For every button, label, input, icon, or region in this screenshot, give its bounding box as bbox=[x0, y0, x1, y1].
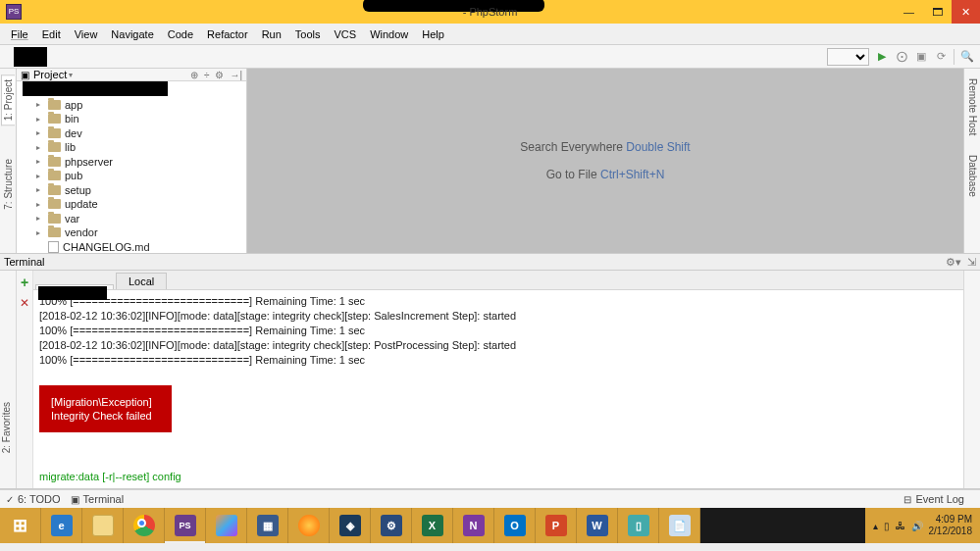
terminal-close-icon[interactable]: ✕ bbox=[20, 296, 29, 310]
terminal-panel: 2: Favorites + ✕ Local 100% [===========… bbox=[0, 271, 980, 489]
taskbar-app-icon[interactable]: ▦ bbox=[247, 508, 288, 543]
stop-icon[interactable]: ▣ bbox=[914, 50, 928, 64]
tree-item-dev[interactable]: ▸dev bbox=[17, 126, 246, 141]
tray-flag-icon[interactable]: ▯ bbox=[884, 521, 890, 531]
terminal-output[interactable]: 100% [============================] Rema… bbox=[33, 290, 963, 488]
taskbar-chrome-icon[interactable] bbox=[124, 508, 165, 543]
menu-vcs[interactable]: VCS bbox=[328, 26, 364, 42]
run-config-select[interactable] bbox=[827, 48, 869, 66]
menu-view[interactable]: View bbox=[68, 26, 105, 42]
taskbar-app-icon[interactable]: ⚙ bbox=[371, 508, 412, 543]
project-tree[interactable]: ▾ ▸app▸bin▸dev▸lib▸phpserver▸pub▸setup▸u… bbox=[17, 81, 246, 253]
terminal-line: [2018-02-12 10:36:02][INFO][mode: data][… bbox=[39, 339, 516, 351]
expand-arrow-icon[interactable]: ▸ bbox=[36, 143, 44, 152]
terminal-tabs: Local bbox=[33, 271, 963, 290]
expand-arrow-icon[interactable]: ▸ bbox=[36, 115, 44, 124]
tree-item-vendor[interactable]: ▸vendor bbox=[17, 225, 246, 240]
taskbar-phpstorm-icon[interactable]: PS bbox=[165, 508, 206, 543]
debug-icon[interactable]: ⨀ bbox=[895, 50, 908, 64]
terminal-tab-hidden[interactable] bbox=[35, 284, 114, 289]
taskbar-outlook-icon[interactable]: O bbox=[494, 508, 536, 543]
menu-tools[interactable]: Tools bbox=[288, 26, 328, 42]
tray-up-icon[interactable]: ▴ bbox=[873, 521, 878, 531]
expand-arrow-icon[interactable]: ▸ bbox=[36, 157, 44, 166]
tree-item-CHANGELOG-md[interactable]: CHANGELOG.md bbox=[17, 240, 246, 254]
menu-run[interactable]: Run bbox=[255, 26, 288, 42]
taskbar-powerpoint-icon[interactable]: P bbox=[536, 508, 577, 543]
app-icon: PS bbox=[6, 4, 22, 20]
update-icon[interactable]: ⟳ bbox=[934, 50, 948, 64]
left-tool-gutter-bottom: 2: Favorites bbox=[0, 271, 17, 488]
status-bar: ✓6: TODO ▣Terminal ⊟Event Log bbox=[0, 489, 980, 508]
tab-database[interactable]: Database bbox=[966, 151, 979, 201]
taskbar-word-icon[interactable]: W bbox=[577, 508, 618, 543]
collapse-icon[interactable]: ÷ bbox=[204, 70, 210, 80]
tree-item-phpserver[interactable]: ▸phpserver bbox=[17, 155, 246, 170]
right-tool-gutter: Remote Host Database bbox=[963, 69, 980, 253]
taskbar-app-icon[interactable]: ▯ bbox=[618, 508, 659, 543]
terminal-hide-icon[interactable]: ⇲ bbox=[967, 256, 976, 269]
expand-arrow-icon[interactable]: ▸ bbox=[36, 128, 44, 137]
hide-icon[interactable]: →| bbox=[230, 70, 242, 80]
tray-network-icon[interactable]: 🖧 bbox=[896, 521, 905, 531]
settings-icon[interactable]: ⚙ bbox=[215, 70, 224, 80]
taskbar-notepad-icon[interactable]: 📄 bbox=[659, 508, 700, 543]
tree-item-pub[interactable]: ▸pub bbox=[17, 169, 246, 183]
tab-project[interactable]: 1: Project bbox=[1, 75, 15, 125]
status-terminal[interactable]: ▣Terminal bbox=[71, 493, 125, 505]
tree-item-update[interactable]: ▸update bbox=[17, 197, 246, 212]
maximize-button[interactable]: 🗖 bbox=[923, 0, 952, 24]
run-icon[interactable]: ▶ bbox=[875, 50, 889, 64]
tip-search-everywhere: Search Everywhere Double Shift bbox=[520, 140, 690, 154]
terminal-settings-icon[interactable]: ⚙▾ bbox=[946, 256, 961, 269]
taskbar-onenote-icon[interactable]: N bbox=[453, 508, 494, 543]
scroll-from-icon[interactable]: ⊕ bbox=[190, 70, 198, 80]
terminal-line: 100% [============================] Rema… bbox=[39, 354, 365, 366]
terminal-add-icon[interactable]: + bbox=[21, 275, 28, 290]
tree-item-lib[interactable]: ▸lib bbox=[17, 140, 246, 155]
search-icon[interactable]: 🔍 bbox=[960, 50, 974, 64]
expand-arrow-icon[interactable]: ▸ bbox=[36, 200, 44, 209]
menu-file[interactable]: File bbox=[4, 26, 35, 42]
taskbar-excel-icon[interactable]: X bbox=[412, 508, 453, 543]
tree-item-var[interactable]: ▸var bbox=[17, 212, 246, 226]
menu-edit[interactable]: Edit bbox=[35, 26, 68, 42]
taskbar-virtualbox-icon[interactable]: ◈ bbox=[330, 508, 371, 543]
minimize-button[interactable]: — bbox=[895, 0, 923, 24]
tree-item-bin[interactable]: ▸bin bbox=[17, 112, 246, 126]
tree-item-setup[interactable]: ▸setup bbox=[17, 183, 246, 198]
tab-structure[interactable]: 7: Structure bbox=[2, 155, 15, 214]
terminal-line: 100% [============================] Rema… bbox=[39, 325, 365, 336]
expand-arrow-icon[interactable]: ▸ bbox=[36, 214, 44, 223]
windows-taskbar: ⊞ e PS ▦ ◈ ⚙ X N O P W ▯ 📄 ▴ ▯ 🖧 🔊 4:09 … bbox=[0, 508, 980, 543]
tree-item-label: phpserver bbox=[65, 156, 113, 168]
expand-arrow-icon[interactable]: ▸ bbox=[36, 185, 44, 194]
menu-refactor[interactable]: Refactor bbox=[200, 26, 255, 42]
tree-item-app[interactable]: ▸app bbox=[17, 98, 246, 113]
menu-navigate[interactable]: Navigate bbox=[104, 26, 160, 42]
tab-favorites[interactable]: 2: Favorites bbox=[0, 398, 13, 457]
redaction bbox=[23, 81, 168, 96]
close-button[interactable]: ✕ bbox=[952, 0, 980, 24]
taskbar-explorer-icon[interactable] bbox=[82, 508, 124, 543]
menu-window[interactable]: Window bbox=[363, 26, 415, 42]
folder-icon bbox=[48, 114, 61, 124]
taskbar-firefox-icon[interactable] bbox=[288, 508, 330, 543]
terminal-tab-local[interactable]: Local bbox=[116, 273, 167, 289]
expand-arrow-icon[interactable]: ▸ bbox=[36, 172, 44, 180]
expand-arrow-icon[interactable]: ▸ bbox=[36, 228, 44, 237]
status-todo[interactable]: ✓6: TODO bbox=[6, 493, 61, 505]
status-event-log[interactable]: ⊟Event Log bbox=[903, 493, 964, 505]
terminal-error-box: [Migration\Exception] Integrity Check fa… bbox=[39, 385, 172, 432]
start-button[interactable]: ⊞ bbox=[0, 508, 41, 543]
tab-remote-host[interactable]: Remote Host bbox=[966, 75, 979, 139]
tray-volume-icon[interactable]: 🔊 bbox=[911, 521, 923, 531]
system-tray[interactable]: ▴ ▯ 🖧 🔊 4:09 PM 2/12/2018 bbox=[865, 508, 981, 543]
tray-clock[interactable]: 4:09 PM 2/12/2018 bbox=[929, 514, 973, 537]
menu-code[interactable]: Code bbox=[161, 26, 200, 42]
expand-arrow-icon[interactable]: ▸ bbox=[36, 100, 44, 109]
taskbar-app-icon[interactable] bbox=[206, 508, 247, 543]
folder-icon bbox=[48, 157, 61, 167]
menu-help[interactable]: Help bbox=[415, 26, 451, 42]
taskbar-ie-icon[interactable]: e bbox=[41, 508, 82, 543]
